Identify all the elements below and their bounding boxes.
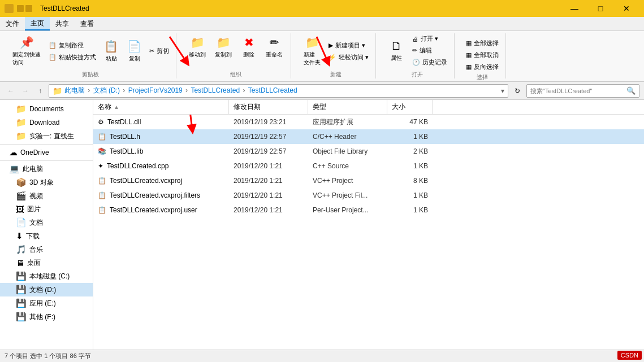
properties-button[interactable]: 🗋 属性 [385, 37, 408, 64]
col-header-name[interactable]: 名称 ▲ [93, 100, 229, 114]
select-group-label: 选择 [477, 73, 488, 81]
sidebar-item-docs[interactable]: 📄 文档 [0, 216, 93, 229]
paste-shortcut-button[interactable]: 📋 粘贴快捷方式 [46, 52, 98, 63]
sidebar-item-video[interactable]: 🎬 视频 [0, 189, 93, 203]
easy-access-button[interactable]: ⚡ 轻松访问 ▾ [326, 52, 371, 63]
file-icon-user: 📋 [98, 206, 106, 214]
menu-view[interactable]: 查看 [75, 17, 100, 30]
move-to-button[interactable]: 📁 移动到 [185, 33, 209, 61]
search-input[interactable] [530, 88, 626, 94]
table-row[interactable]: ✦ TestDLLCreated.cpp 2019/12/20 1:21 C++… [93, 159, 644, 173]
new-small-group: ▶ 新建项目 ▾ ⚡ 轻松访问 ▾ [326, 40, 371, 63]
address-bar[interactable]: 📁 此电脑 › 文档 (D:) › ProjectForVs2019 › Tes… [49, 84, 508, 98]
ribbon-group-open: 🗋 属性 🖨 打开 ▾ ✏ 编辑 🕐 历史记录 打开 [381, 33, 455, 78]
back-button[interactable]: ← [5, 85, 17, 97]
desktop-icon: 🖥 [16, 258, 24, 268]
maximize-button[interactable]: □ [587, 0, 613, 17]
title-bar-left: TestDLLCreated [5, 4, 89, 13]
new-item-label: 新建项目 ▾ [335, 41, 365, 50]
close-button[interactable]: ✕ [613, 0, 639, 17]
copy-button[interactable]: 📄 复制 [124, 37, 145, 65]
sidebar-item-pictures[interactable]: 🖼 图片 [0, 203, 93, 216]
drive-d-icon: 💾 [16, 285, 27, 295]
cut-button[interactable]: ✂ 剪切 [147, 46, 171, 56]
sidebar-item-d[interactable]: 💾 文档 (D:) [0, 283, 93, 296]
address-dropdown-icon[interactable]: ▾ [501, 87, 504, 95]
table-row[interactable]: 📋 TestDLLCreated.vcxproj 2019/12/20 1:21… [93, 173, 644, 188]
rename-button[interactable]: ✏ 重命名 [262, 33, 286, 61]
menu-file[interactable]: 文件 [0, 17, 25, 30]
search-icon[interactable]: 🔍 [626, 86, 636, 95]
sidebar-item-onedrive[interactable]: ☁ OneDrive [0, 146, 93, 159]
file-size: 1 KB [413, 133, 428, 141]
history-label: 历史记录 [422, 58, 447, 67]
sidebar-label-c: 本地磁盘 (C:) [29, 272, 70, 281]
select-all-button[interactable]: ▦ 全部选择 [464, 38, 501, 49]
edit-button[interactable]: ✏ 编辑 [410, 45, 449, 56]
table-row[interactable]: 📋 TestDLLCreated.vcxproj.user 2019/12/20… [93, 203, 644, 217]
path-project[interactable]: ProjectForVs2019 [128, 86, 183, 94]
col-header-type[interactable]: 类型 [308, 100, 387, 114]
file-name: TestDLL.h [110, 133, 140, 141]
sidebar-item-documents[interactable]: 📁 Documents [0, 102, 93, 116]
file-size: 1 KB [413, 206, 428, 214]
sidebar-item-e[interactable]: 💾 应用 (E:) [0, 296, 93, 310]
navigation-bar: ← → ↑ 📁 此电脑 › 文档 (D:) › ProjectForVs2019… [0, 82, 644, 100]
table-row[interactable]: ⚙ TestDLL.dll 2019/12/19 23:21 应用程序扩展 47… [93, 115, 644, 129]
file-name-cell: 📋 TestDLLCreated.vcxproj [93, 173, 229, 188]
sidebar-label-f: 其他 (F:) [29, 312, 55, 322]
table-row[interactable]: 📋 TestDLLCreated.vcxproj.filters 2019/12… [93, 188, 644, 203]
sidebar-divider2 [0, 160, 93, 161]
path-d[interactable]: 文档 (D:) [93, 86, 120, 94]
path-testdll2[interactable]: TestDLLCreated [248, 86, 297, 94]
new-folder-button[interactable]: 📁 新建文件夹 [300, 33, 324, 69]
file-name-cell: 📋 TestDLL.h [93, 129, 229, 144]
sidebar-item-downloads[interactable]: ⬇ 下载 [0, 229, 93, 243]
sidebar-item-f[interactable]: 💾 其他 (F:) [0, 310, 93, 324]
menu-share[interactable]: 共享 [50, 17, 75, 30]
file-date-cell: 2019/12/20 1:21 [229, 188, 308, 203]
title-bar-controls: — □ ✕ [561, 0, 639, 17]
path-testdll[interactable]: TestDLLCreated [191, 86, 240, 94]
table-row[interactable]: 📚 TestDLL.lib 2019/12/19 22:57 Object Fi… [93, 144, 644, 159]
sidebar-item-desktop[interactable]: 🖥 桌面 [0, 256, 93, 269]
pictures-icon: 🖼 [16, 204, 24, 214]
new-item-button[interactable]: ▶ 新建项目 ▾ [326, 40, 371, 51]
file-list-header: 名称 ▲ 修改日期 类型 大小 [93, 100, 644, 115]
history-button[interactable]: 🕐 历史记录 [410, 57, 449, 68]
col-header-size[interactable]: 大小 [387, 100, 433, 114]
pin-icon: 📌 [20, 36, 34, 49]
file-name-cell: 📋 TestDLLCreated.vcxproj.user [93, 203, 229, 217]
forward-button[interactable]: → [19, 85, 32, 97]
downloads-icon: ⬇ [16, 231, 23, 241]
up-button[interactable]: ↑ [34, 85, 46, 97]
sidebar-label-pictures: 图片 [27, 204, 41, 214]
sidebar-item-3d[interactable]: 📦 3D 对象 [0, 176, 93, 189]
paste-button[interactable]: 📋 粘贴 [101, 37, 122, 65]
sidebar-item-download[interactable]: 📁 Download [0, 116, 93, 129]
invert-select-button[interactable]: ▦ 反向选择 [464, 62, 501, 72]
sidebar-label-download: Download [29, 119, 59, 127]
sidebar-item-lab[interactable]: 📁 实验一: 直线生 [0, 129, 93, 143]
search-bar[interactable]: 🔍 [526, 84, 639, 98]
file-date-cell: 2019/12/19 22:57 [229, 129, 308, 144]
sidebar-item-music[interactable]: 🎵 音乐 [0, 243, 93, 256]
sidebar-item-this-pc[interactable]: 💻 此电脑 [0, 162, 93, 176]
copy-path-button[interactable]: 📋 复制路径 [46, 40, 86, 51]
refresh-button[interactable]: ↻ [511, 84, 524, 98]
file-date-cell: 2019/12/20 1:21 [229, 173, 308, 188]
menu-home[interactable]: 主页 [25, 17, 50, 30]
open-button[interactable]: 🖨 打开 ▾ [410, 33, 449, 44]
col-header-date[interactable]: 修改日期 [229, 100, 308, 114]
copy-to-button[interactable]: 📁 复制到 [211, 33, 235, 61]
minimize-button[interactable]: — [561, 0, 587, 17]
pc-icon: 💻 [9, 164, 20, 174]
sidebar-item-c[interactable]: 💾 本地磁盘 (C:) [0, 269, 93, 283]
delete-button[interactable]: ✖ 删除 [237, 33, 260, 61]
pin-quick-access-button[interactable]: 📌 固定到快速访问 [9, 33, 44, 69]
path-pc[interactable]: 此电脑 [64, 86, 85, 94]
file-size-cell: 1 KB [387, 203, 433, 217]
pin-label: 固定到快速访问 [12, 51, 41, 67]
table-row[interactable]: 📋 TestDLL.h 2019/12/19 22:57 C/C++ Heade… [93, 129, 644, 144]
deselect-all-button[interactable]: ▦ 全部取消 [464, 50, 501, 60]
